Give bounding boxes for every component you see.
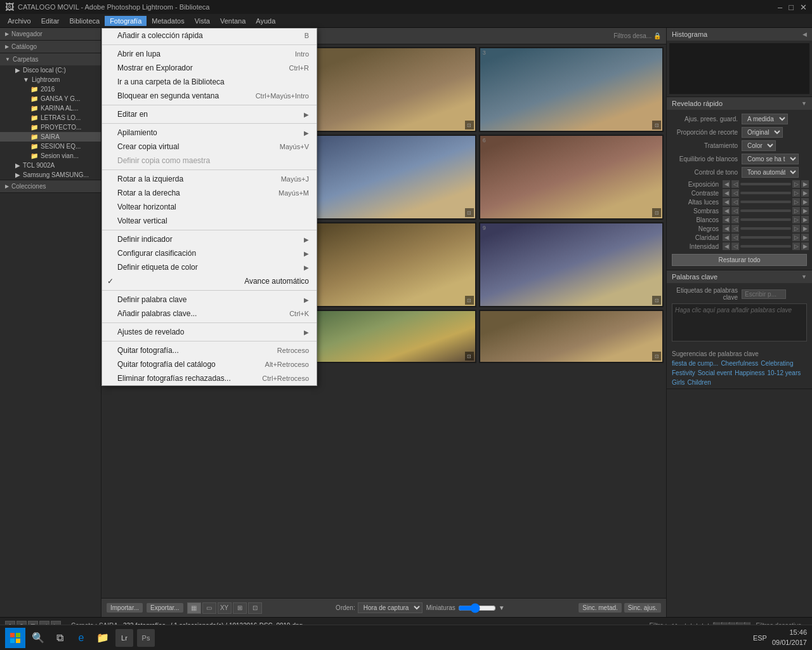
sep-4 [102,169,317,170]
sep-2 [102,105,317,105]
menu-voltear-v[interactable]: Voltear vertical [102,214,317,228]
menu-quitar-fotografia[interactable]: Quitar fotografía... Retroceso [102,343,317,357]
sep-8 [102,341,317,342]
sep-6 [102,290,317,291]
sep-7 [102,322,317,323]
sep-5 [102,230,317,230]
menu-añadir-coleccion[interactable]: Añadir a colección rápida B [102,29,317,43]
sep-3 [102,123,317,124]
sep-1 [102,44,317,45]
menu-voltear-h[interactable]: Voltear horizontal [102,200,317,214]
menu-definir-etiqueta[interactable]: Definir etiqueta de color ▶ [102,260,317,274]
menu-rotar-izq[interactable]: Rotar a la izquierda Mayús+J [102,172,317,186]
menu-eliminar-rechazadas[interactable]: Eliminar fotografías rechazadas... Ctrl+… [102,371,317,385]
menu-rotar-der[interactable]: Rotar a la derecha Mayús+M [102,186,317,200]
menu-definir-indicador[interactable]: Definir indicador ▶ [102,232,317,246]
menu-ajustes-revelado[interactable]: Ajustes de revelado ▶ [102,325,317,339]
menu-bloquear[interactable]: Bloquear en segunda ventana Ctrl+Mayús+I… [102,89,317,103]
dropdown-overlay[interactable]: Añadir a colección rápida B Abrir en lup… [0,0,812,650]
menu-mostrar-explorador[interactable]: Mostrar en Explorador Ctrl+R [102,61,317,75]
fotografía-menu: Añadir a colección rápida B Abrir en lup… [102,28,317,386]
menu-editar-en[interactable]: Editar en ▶ [102,107,317,121]
menu-configurar-clasificacion[interactable]: Configurar clasificación ▶ [102,246,317,260]
menu-abrir-lupa[interactable]: Abrir en lupa Intro [102,47,317,61]
menu-crear-copia[interactable]: Crear copia virtual Mayús+V [102,140,317,154]
menu-definir-palabra[interactable]: Definir palabra clave ▶ [102,293,317,307]
menu-definir-maestra: Definir copia como maestra [102,154,317,168]
menu-ir-carpeta[interactable]: Ir a una carpeta de la Biblioteca [102,75,317,89]
menu-añadir-palabras[interactable]: Añadir palabras clave... Ctrl+K [102,307,317,321]
menu-quitar-catalogo[interactable]: Quitar fotografía del catálogo Alt+Retro… [102,357,317,371]
menu-avance-automatico[interactable]: ✓ Avance automático [102,274,317,288]
menu-apilamiento[interactable]: Apilamiento ▶ [102,126,317,140]
